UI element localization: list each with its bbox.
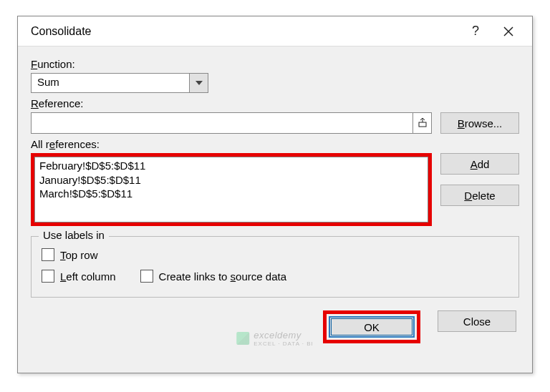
- range-picker-button[interactable]: [412, 113, 431, 133]
- dialog-title: Consolidate: [31, 25, 459, 38]
- help-button[interactable]: ?: [459, 17, 492, 46]
- top-row-checkbox[interactable]: [42, 248, 54, 261]
- svg-rect-0: [419, 122, 426, 127]
- consolidate-dialog: Consolidate ? Function: Sum Reference: B…: [17, 16, 533, 373]
- close-button[interactable]: Close: [438, 310, 516, 332]
- use-labels-fieldset: Use labels in Top row Left column Create…: [31, 236, 519, 298]
- titlebar: Consolidate ?: [18, 16, 532, 46]
- create-links-label: Create links to source data: [159, 270, 286, 283]
- list-item[interactable]: February!$D$5:$D$11: [39, 159, 423, 173]
- ok-highlight: OK: [323, 310, 420, 343]
- all-references-listbox[interactable]: February!$D$5:$D$11 January!$D$5:$D$11 M…: [34, 157, 428, 222]
- dialog-content: Function: Sum Reference: Browse... All r…: [18, 46, 532, 353]
- list-item[interactable]: March!$D$5:$D$11: [39, 187, 423, 201]
- window-close-button[interactable]: [492, 17, 525, 46]
- range-picker-icon: [418, 118, 428, 128]
- all-references-label: All references:: [31, 138, 519, 150]
- left-column-label: Left column: [60, 270, 116, 283]
- top-row-label: Top row: [60, 249, 98, 261]
- reference-input[interactable]: [32, 113, 412, 133]
- browse-button[interactable]: Browse...: [440, 112, 519, 134]
- list-item[interactable]: January!$D$5:$D$11: [39, 173, 423, 187]
- all-references-highlight: February!$D$5:$D$11 January!$D$5:$D$11 M…: [31, 153, 432, 226]
- reference-input-wrap: [31, 112, 432, 134]
- ok-button[interactable]: OK: [329, 316, 415, 338]
- use-labels-legend: Use labels in: [39, 229, 109, 241]
- chevron-down-icon: [189, 74, 208, 92]
- add-button[interactable]: Add: [440, 153, 519, 175]
- left-column-checkbox[interactable]: [42, 270, 54, 283]
- function-select[interactable]: Sum: [31, 73, 208, 93]
- function-select-value: Sum: [32, 74, 189, 92]
- reference-label: Reference:: [31, 97, 519, 109]
- create-links-checkbox[interactable]: [140, 270, 153, 283]
- close-icon: [503, 26, 513, 36]
- delete-button[interactable]: Delete: [440, 185, 519, 206]
- function-label: Function:: [31, 58, 519, 70]
